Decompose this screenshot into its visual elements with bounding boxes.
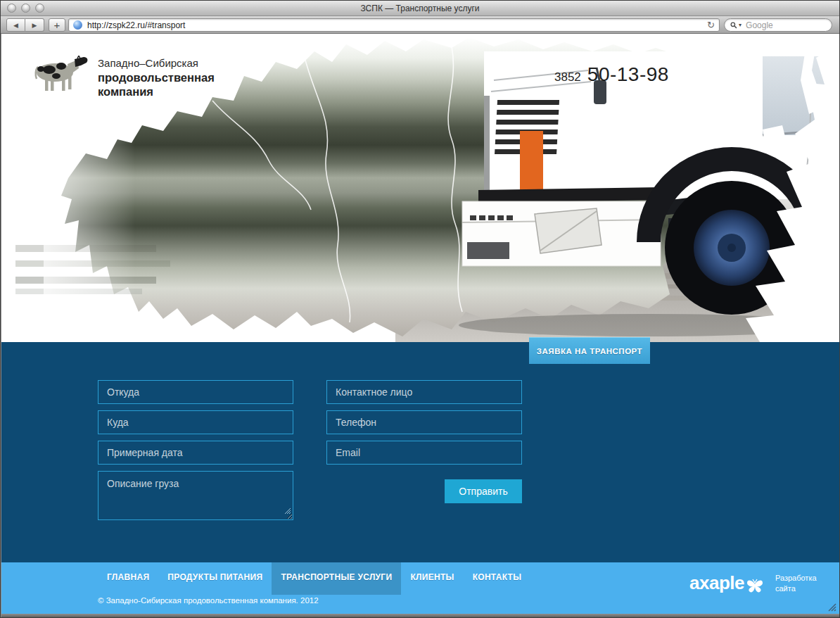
nav-item-contacts[interactable]: КОНТАКТЫ [464,562,531,595]
nav-item-home[interactable]: ГЛАВНАЯ [98,562,158,595]
new-tab-button[interactable]: + [49,18,65,32]
cow-logo-icon [28,56,89,96]
company-name: Западно–Сибирская продовольственная комп… [98,56,215,99]
phone-area-code: 3852 [554,70,581,84]
developer-label-line2: сайта [775,584,817,594]
form-column-left [98,380,293,526]
back-arrow-icon: ◀ [13,22,18,29]
window-bottom-edge [1,614,840,618]
browser-window: ЗСПК — Транспортные услуги ◀ ▶ + http://… [0,0,840,618]
company-name-line3: компания [98,84,215,99]
nav-item-food-products[interactable]: ПРОДУКТЫ ПИТАНИЯ [158,562,272,595]
developer-label: Разработка сайта [775,573,817,594]
browser-toolbar: ◀ ▶ + http://zspk22.ru/#transport ↻ ▾ [1,16,839,34]
cargo-description-field[interactable] [98,471,293,520]
form-column-right: Отправить [326,380,522,503]
refresh-icon[interactable]: ↻ [707,20,715,30]
to-field[interactable] [98,410,293,434]
developer-credit[interactable]: axaple Разработка сайта [689,572,817,594]
footer: ГЛАВНАЯ ПРОДУКТЫ ПИТАНИЯ ТРАНСПОРТНЫЕ УС… [1,562,840,614]
globe-icon [73,20,82,30]
copyright-text: © Западно-Сибирская продовольственная ко… [98,596,319,605]
contact-person-field[interactable] [326,380,522,404]
url-text: http://zspk22.ru/#transport [87,20,707,30]
search-input[interactable] [746,20,826,30]
forward-button[interactable]: ▶ [25,18,44,32]
developer-brand: axaple [689,572,744,594]
company-logo[interactable]: Западно–Сибирская продовольственная комп… [28,56,215,99]
developer-label-line1: Разработка [775,573,817,584]
phone-field[interactable] [326,410,522,434]
footer-nav: ГЛАВНАЯ ПРОДУКТЫ ПИТАНИЯ ТРАНСПОРТНЫЕ УС… [98,562,530,595]
phone-block: 3852 50-13-98 [554,63,669,86]
window-title: ЗСПК — Транспортные услуги [1,4,839,13]
back-button[interactable]: ◀ [6,18,25,32]
transport-form-section: Отправить [1,342,840,562]
search-bar[interactable]: ▾ [724,18,832,32]
nav-item-clients[interactable]: КЛИЕНТЫ [401,562,463,595]
search-icon [730,21,737,30]
nav-item-transport-services[interactable]: ТРАНСПОРТНЫЕ УСЛУГИ [272,562,401,595]
address-bar[interactable]: http://zspk22.ru/#transport ↻ [68,18,720,32]
butterfly-icon [746,578,764,593]
page-content: Западно–Сибирская продовольственная комп… [1,34,840,618]
submit-button[interactable]: Отправить [445,479,522,503]
date-field[interactable] [98,441,293,465]
hero-section: Западно–Сибирская продовольственная комп… [1,34,840,342]
from-field[interactable] [98,380,293,404]
company-name-line2: продовольственная [98,70,215,84]
transport-request-tab[interactable]: ЗАЯВКА НА ТРАНСПОРТ [529,337,650,364]
forward-arrow-icon: ▶ [32,22,37,29]
window-resize-grip[interactable] [827,603,836,612]
plus-icon: + [54,19,61,31]
email-field[interactable] [326,441,522,465]
phone-number: 50-13-98 [587,63,669,86]
company-name-line1: Западно–Сибирская [98,57,215,70]
titlebar: ЗСПК — Транспортные услуги [1,1,839,16]
search-dropdown-caret-icon: ▾ [739,22,742,28]
